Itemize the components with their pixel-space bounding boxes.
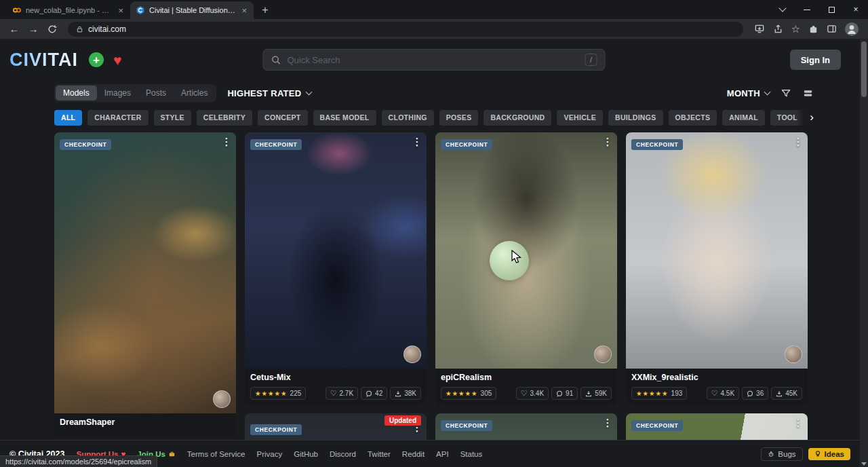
ideas-label: Ideas — [825, 450, 844, 458]
browser-tab-civitai[interactable]: Civitai | Stable Diffusion models, × — [130, 1, 254, 19]
support-heart-icon[interactable]: ♥ — [113, 53, 121, 67]
likes-count: 3.4K — [530, 390, 545, 397]
category-chip[interactable]: CLOTHING — [382, 110, 434, 126]
footer-link-github[interactable]: GitHub — [294, 450, 318, 458]
rating-pill: ★★★★★ 225 — [250, 387, 306, 400]
search-icon — [271, 55, 281, 65]
category-chip[interactable]: BUILDINGS — [608, 110, 663, 126]
tab-images[interactable]: Images — [97, 86, 138, 100]
star-rating-icons: ★★★★★ — [636, 390, 669, 397]
creator-avatar[interactable] — [785, 345, 802, 363]
new-tab-button[interactable]: + — [256, 1, 274, 19]
creator-avatar[interactable] — [213, 390, 231, 408]
search-input[interactable] — [288, 55, 579, 65]
bugs-button[interactable]: Bugs — [761, 447, 802, 461]
civitai-logo[interactable]: CIVITAI — [9, 50, 78, 71]
period-label: MONTH — [727, 88, 760, 98]
civitai-page: CIVITAI + ♥ / Sign In Models Images Post… — [0, 39, 868, 467]
install-app-icon[interactable] — [754, 24, 765, 34]
category-chip[interactable]: CONCEPT — [258, 110, 307, 126]
creator-avatar[interactable] — [594, 345, 612, 363]
layout-toggle-icon[interactable] — [802, 88, 814, 98]
address-bar[interactable]: civitai.com — [68, 22, 743, 37]
tab-models[interactable]: Models — [56, 86, 97, 100]
create-plus-button[interactable]: + — [89, 52, 104, 67]
category-chip[interactable]: BACKGROUND — [484, 110, 551, 126]
forward-button[interactable]: → — [24, 20, 42, 38]
creator-avatar[interactable] — [403, 345, 421, 363]
profile-avatar[interactable] — [845, 22, 859, 36]
model-type-badge: CHECKPOINT — [631, 139, 683, 150]
tab-close-icon[interactable]: × — [117, 6, 125, 15]
colab-icon — [12, 5, 22, 15]
page-scrollbar[interactable] — [860, 39, 868, 467]
window-maximize-button[interactable] — [819, 0, 844, 19]
back-button[interactable]: ← — [5, 20, 23, 38]
category-chip-all[interactable]: ALL — [54, 110, 82, 126]
window-close-button[interactable]: × — [844, 0, 868, 19]
scrollbar-thumb[interactable] — [861, 41, 867, 97]
footer-link-terms[interactable]: Terms of Service — [187, 450, 245, 458]
lock-icon — [76, 25, 83, 33]
model-type-badge: CHECKPOINT — [250, 424, 302, 435]
rating-count: 225 — [290, 390, 302, 397]
categories-scroll-right-icon[interactable]: › — [796, 109, 814, 126]
filter-funnel-icon[interactable] — [781, 88, 791, 98]
browser-tab-colab[interactable]: new_colab_file.ipynb - Colaborat × — [7, 1, 130, 19]
footer-link-reddit[interactable]: Reddit — [402, 450, 425, 458]
footer-link-api[interactable]: API — [436, 450, 449, 458]
site-header: CIVITAI + ♥ / Sign In — [0, 39, 868, 80]
category-chip[interactable]: STYLE — [154, 110, 191, 126]
ideas-button[interactable]: Ideas — [808, 448, 850, 460]
sign-in-button[interactable]: Sign In — [790, 50, 841, 70]
footer-link-status[interactable]: Status — [460, 450, 483, 458]
comment-icon — [747, 390, 753, 397]
card-menu-icon[interactable]: ⋮ — [410, 136, 424, 148]
model-card-xxmix[interactable]: CHECKPOINT ⋮ XXMix_9realistic ★★★★★ 193 — [626, 132, 808, 405]
scrollbar-down-arrow[interactable] — [860, 462, 868, 466]
bookmark-star-icon[interactable]: ☆ — [791, 23, 800, 35]
model-card-epicrealism[interactable]: CHECKPOINT ⋮ epiCRealism ★★★★★ 305 — [435, 132, 617, 405]
downloads-count: 59K — [595, 390, 607, 397]
comments-count: 36 — [756, 390, 764, 397]
model-card-grid: CHECKPOINT ⋮ DreamShaper CHECKPOINT ⋮ — [54, 132, 814, 467]
tab-posts[interactable]: Posts — [138, 86, 174, 100]
tab-search-chevron-icon[interactable] — [770, 0, 795, 19]
tab-close-icon[interactable]: × — [240, 6, 248, 15]
category-chip[interactable]: CHARACTER — [87, 110, 148, 126]
model-stats: ★★★★★ 193 ♡ 4.5K 36 — [631, 387, 802, 400]
comments-pill: 42 — [361, 387, 387, 400]
period-dropdown[interactable]: MONTH — [727, 88, 770, 98]
rating-pill: ★★★★★ 193 — [631, 387, 687, 400]
footer-link-discord[interactable]: Discord — [330, 450, 356, 458]
civitai-favicon-icon — [136, 5, 145, 15]
category-chip[interactable]: CELEBRITY — [197, 110, 252, 126]
card-menu-icon[interactable]: ⋮ — [220, 136, 233, 148]
side-panel-icon[interactable] — [827, 24, 837, 34]
footer-link-twitter[interactable]: Twitter — [368, 450, 391, 458]
quick-search-box[interactable]: / — [263, 49, 606, 71]
category-chip[interactable]: POSES — [439, 110, 479, 126]
sort-dropdown[interactable]: HIGHEST RATED — [227, 88, 311, 98]
comment-icon — [366, 390, 372, 397]
footer-link-privacy[interactable]: Privacy — [256, 450, 282, 458]
window-minimize-button[interactable] — [795, 0, 819, 19]
model-preview-image: CHECKPOINT ⋮ — [54, 132, 236, 413]
likes-count: 2.7K — [340, 390, 354, 397]
lightbulb-icon — [814, 450, 821, 457]
card-menu-icon[interactable]: ⋮ — [791, 417, 805, 429]
extensions-puzzle-icon[interactable] — [808, 24, 818, 34]
model-card-dreamshaper[interactable]: CHECKPOINT ⋮ DreamShaper — [54, 132, 236, 437]
category-chip[interactable]: BASE MODEL — [313, 110, 376, 126]
category-chip[interactable]: VEHICLE — [557, 110, 603, 126]
category-chip[interactable]: ANIMAL — [722, 110, 765, 126]
card-menu-icon[interactable]: ⋮ — [791, 136, 805, 148]
card-menu-icon[interactable]: ⋮ — [601, 136, 614, 148]
comments-pill: 36 — [742, 387, 768, 400]
model-card-cetus-mix[interactable]: CHECKPOINT ⋮ Cetus-Mix ★★★★★ 225 — [245, 132, 427, 405]
share-icon[interactable] — [773, 24, 783, 34]
reload-button[interactable] — [43, 20, 61, 38]
category-chip[interactable]: OBJECTS — [669, 110, 717, 126]
card-menu-icon[interactable]: ⋮ — [601, 417, 614, 429]
tab-articles[interactable]: Articles — [174, 86, 215, 100]
